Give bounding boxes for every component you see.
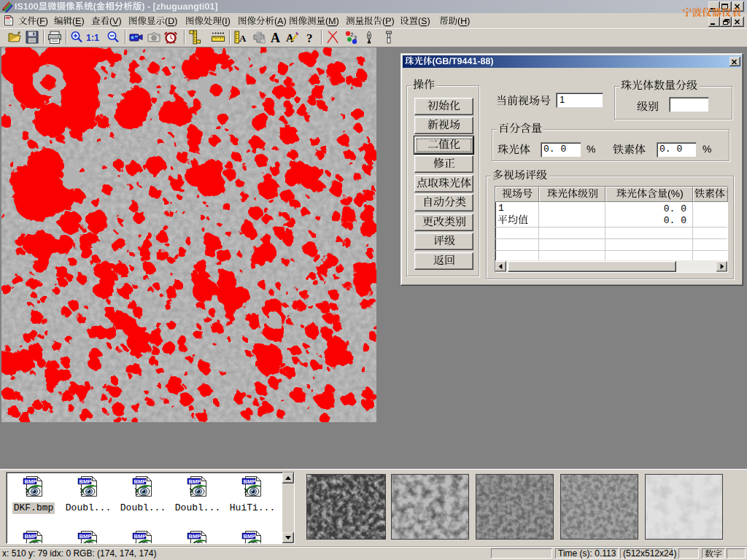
svg-text:BMP: BMP — [80, 533, 92, 540]
svg-text:BMP: BMP — [189, 533, 201, 540]
svg-text:BMP: BMP — [244, 478, 256, 485]
svg-text:BMP: BMP — [134, 533, 147, 540]
svg-text:A: A — [286, 32, 294, 44]
svg-text:BMP: BMP — [134, 478, 147, 485]
svg-text:1:1: 1:1 — [86, 33, 99, 43]
svg-text:BMP: BMP — [25, 533, 37, 540]
svg-text:DOC: DOC — [6, 17, 12, 20]
svg-text:BMP: BMP — [25, 478, 37, 485]
svg-text:A: A — [239, 33, 247, 44]
svg-text:BMP: BMP — [80, 478, 92, 485]
svg-text:A: A — [271, 31, 280, 45]
svg-text:BMP: BMP — [189, 478, 201, 485]
svg-text:BMP: BMP — [244, 533, 256, 540]
svg-text:2: 2 — [351, 32, 354, 37]
svg-text:?: ? — [306, 31, 313, 45]
